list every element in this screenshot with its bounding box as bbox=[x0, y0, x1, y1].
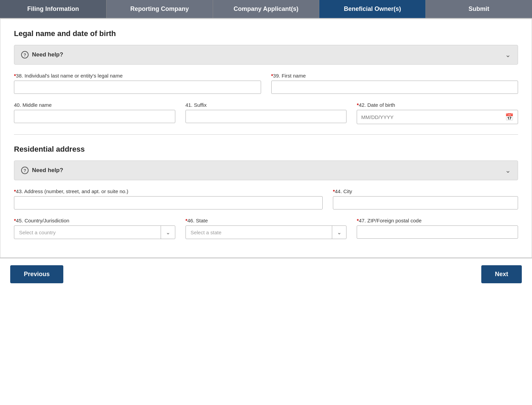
address-row-2: *45. Country/Jurisdiction Select a count… bbox=[14, 218, 518, 239]
address-label: *43. Address (number, street, and apt. o… bbox=[14, 188, 323, 194]
dob-field: *42. Date of birth 📅 bbox=[357, 102, 518, 124]
residential-help-label: Need help? bbox=[32, 167, 63, 174]
tab-navigation: Filing Information Reporting Company Com… bbox=[0, 0, 532, 19]
last-name-input[interactable] bbox=[14, 81, 261, 94]
residential-address-heading: Residential address bbox=[14, 145, 518, 154]
dob-label: *42. Date of birth bbox=[357, 102, 518, 108]
last-name-label: *38. Individual's last name or entity's … bbox=[14, 73, 261, 79]
zip-label: *47. ZIP/Foreign postal code bbox=[357, 218, 518, 223]
first-name-label: *39. First name bbox=[271, 73, 518, 79]
suffix-field: 41. Suffix bbox=[186, 102, 347, 124]
dob-input[interactable] bbox=[357, 111, 501, 123]
state-label: *46. State bbox=[186, 218, 347, 223]
city-label: *44. City bbox=[333, 188, 518, 194]
first-name-input[interactable] bbox=[271, 81, 518, 94]
bottom-navigation: Previous Next bbox=[0, 258, 532, 290]
state-select[interactable]: Select a state bbox=[186, 226, 332, 239]
tab-submit[interactable]: Submit bbox=[426, 0, 532, 18]
middle-name-input[interactable] bbox=[14, 110, 175, 123]
calendar-icon[interactable]: 📅 bbox=[501, 110, 518, 124]
address-field: *43. Address (number, street, and apt. o… bbox=[14, 188, 323, 209]
main-content: Legal name and date of birth ? Need help… bbox=[0, 19, 532, 258]
country-select[interactable]: Select a country bbox=[14, 226, 161, 239]
residential-address-section: Residential address ? Need help? ⌄ *43. … bbox=[14, 145, 518, 239]
name-row-2: 40. Middle name 41. Suffix *42. Date of … bbox=[14, 102, 518, 124]
dob-input-wrapper: 📅 bbox=[357, 110, 518, 124]
suffix-input[interactable] bbox=[186, 110, 347, 123]
first-name-field: *39. First name bbox=[271, 73, 518, 94]
tab-beneficial-owners[interactable]: Beneficial Owner(s) bbox=[319, 0, 426, 18]
middle-name-label: 40. Middle name bbox=[14, 102, 175, 108]
legal-name-heading: Legal name and date of birth bbox=[14, 29, 518, 38]
residential-help-chevron-icon: ⌄ bbox=[505, 166, 511, 174]
legal-name-help-accordion[interactable]: ? Need help? ⌄ bbox=[14, 45, 518, 65]
legal-name-help-chevron-icon: ⌄ bbox=[505, 51, 511, 59]
last-name-field: *38. Individual's last name or entity's … bbox=[14, 73, 261, 94]
zip-input[interactable] bbox=[357, 225, 518, 239]
name-row-1: *38. Individual's last name or entity's … bbox=[14, 73, 518, 94]
section-divider bbox=[14, 134, 518, 135]
address-row-1: *43. Address (number, street, and apt. o… bbox=[14, 188, 518, 209]
legal-name-section: Legal name and date of birth ? Need help… bbox=[14, 29, 518, 124]
address-input[interactable] bbox=[14, 196, 323, 209]
state-select-wrapper: Select a state ⌄ bbox=[186, 225, 347, 239]
suffix-label: 41. Suffix bbox=[186, 102, 347, 108]
country-chevron-icon: ⌄ bbox=[161, 226, 175, 238]
state-chevron-icon: ⌄ bbox=[332, 226, 346, 238]
tab-company-applicants[interactable]: Company Applicant(s) bbox=[213, 0, 320, 18]
tab-reporting-company[interactable]: Reporting Company bbox=[107, 0, 213, 18]
country-label: *45. Country/Jurisdiction bbox=[14, 218, 175, 223]
state-field: *46. State Select a state ⌄ bbox=[186, 218, 347, 239]
help-circle-icon: ? bbox=[21, 51, 29, 58]
city-input[interactable] bbox=[333, 196, 518, 209]
residential-help-accordion[interactable]: ? Need help? ⌄ bbox=[14, 161, 518, 180]
zip-field: *47. ZIP/Foreign postal code bbox=[357, 218, 518, 239]
country-field: *45. Country/Jurisdiction Select a count… bbox=[14, 218, 175, 239]
tab-filing-information[interactable]: Filing Information bbox=[0, 0, 107, 18]
next-button[interactable]: Next bbox=[481, 265, 522, 283]
middle-name-field: 40. Middle name bbox=[14, 102, 175, 124]
legal-name-help-label: Need help? bbox=[32, 51, 63, 58]
residential-help-circle-icon: ? bbox=[21, 167, 29, 174]
city-field: *44. City bbox=[333, 188, 518, 209]
country-select-wrapper: Select a country ⌄ bbox=[14, 225, 175, 239]
previous-button[interactable]: Previous bbox=[10, 265, 63, 283]
